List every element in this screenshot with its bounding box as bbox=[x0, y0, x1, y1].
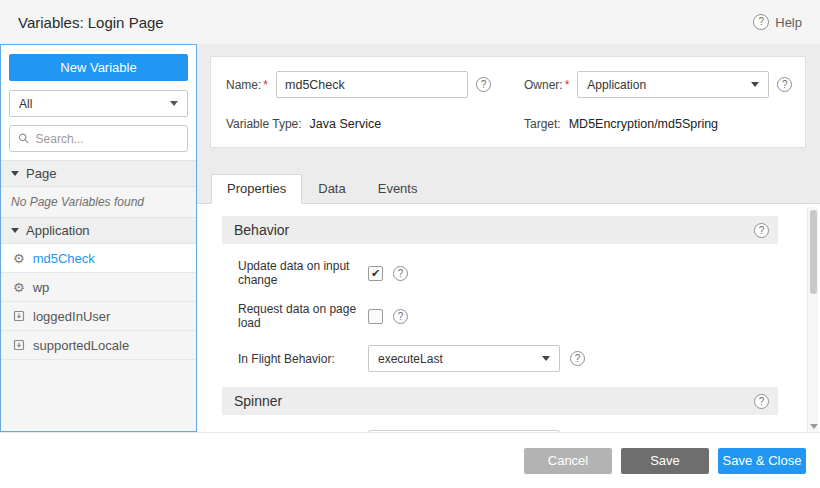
type-target-row: Variable Type: Java Service Target: MD5E… bbox=[226, 117, 790, 131]
new-variable-button[interactable]: New Variable bbox=[9, 54, 188, 81]
update-data-row: Update data on input change ✔ ? bbox=[238, 259, 778, 287]
variable-type-value: Java Service bbox=[310, 117, 382, 131]
variable-summary-card: Name:* ? Owner:* Application ? Variable … bbox=[210, 56, 806, 148]
save-button[interactable]: Save bbox=[621, 448, 709, 474]
tree-section-application[interactable]: Application bbox=[1, 217, 196, 244]
help-icon: ? bbox=[753, 14, 769, 30]
service-variable-icon: ⚙ bbox=[13, 281, 25, 294]
behavior-section-header: Behavior ? bbox=[222, 216, 778, 244]
owner-field-group: Owner:* Application ? bbox=[524, 71, 792, 98]
behavior-section: Behavior ? Update data on input change ✔… bbox=[222, 216, 778, 372]
search-icon bbox=[18, 132, 30, 145]
tree-item-label: supportedLocale bbox=[33, 338, 129, 353]
dialog-footer: Cancel Save Save & Close bbox=[0, 432, 820, 488]
scrollbar-down-icon[interactable] bbox=[810, 424, 818, 429]
help-label: Help bbox=[775, 15, 802, 30]
variables-sidebar: New Variable All Page No Page Variables … bbox=[0, 44, 197, 432]
model-variable-icon bbox=[13, 339, 25, 351]
page-title: Variables: Login Page bbox=[18, 14, 164, 31]
owner-selected-value: Application bbox=[587, 78, 646, 92]
variable-detail-panel: Name:* ? Owner:* Application ? Variable … bbox=[197, 44, 820, 432]
owner-select[interactable]: Application bbox=[577, 71, 769, 98]
update-data-label: Update data on input change bbox=[238, 259, 368, 287]
spinner-help-icon[interactable]: ? bbox=[754, 394, 769, 409]
save-close-button[interactable]: Save & Close bbox=[718, 448, 806, 474]
update-data-checkbox[interactable]: ✔ bbox=[368, 266, 383, 281]
name-help-icon[interactable]: ? bbox=[476, 77, 491, 92]
tree-item-md5check[interactable]: ⚙ md5Check bbox=[1, 244, 196, 273]
variable-filter-select[interactable]: All bbox=[9, 90, 188, 117]
inflight-behavior-row: In Flight Behavior: executeLast ? bbox=[238, 345, 778, 372]
name-input[interactable] bbox=[276, 71, 468, 98]
inflight-behavior-label: In Flight Behavior: bbox=[238, 352, 368, 366]
request-data-checkbox[interactable] bbox=[368, 309, 383, 324]
tree-section-page[interactable]: Page bbox=[1, 160, 196, 187]
inflight-selected-value: executeLast bbox=[378, 352, 443, 366]
detail-tabs: Properties Data Events bbox=[197, 176, 820, 204]
model-variable-icon bbox=[13, 310, 25, 322]
tree-item-wp[interactable]: ⚙ wp bbox=[1, 273, 196, 302]
spinner-section: Spinner ? Spinner Context: ? bbox=[222, 387, 778, 432]
tree-item-loggedinuser[interactable]: loggedInUser bbox=[1, 302, 196, 331]
behavior-help-icon[interactable]: ? bbox=[754, 223, 769, 238]
tab-properties[interactable]: Properties bbox=[211, 174, 302, 204]
section-title: Spinner bbox=[234, 393, 282, 409]
tree-item-supportedlocale[interactable]: supportedLocale bbox=[1, 331, 196, 360]
request-data-label: Request data on page load bbox=[238, 302, 368, 330]
search-box bbox=[9, 125, 188, 152]
chevron-down-icon bbox=[170, 101, 178, 106]
name-label: Name:* bbox=[226, 78, 268, 92]
name-field-group: Name:* ? bbox=[226, 71, 524, 98]
target-label: Target: bbox=[524, 117, 561, 131]
required-asterisk: * bbox=[263, 78, 268, 92]
request-data-help-icon[interactable]: ? bbox=[393, 309, 408, 324]
tree-section-label: Page bbox=[26, 166, 56, 181]
variable-type-group: Variable Type: Java Service bbox=[226, 117, 524, 131]
tab-events[interactable]: Events bbox=[362, 174, 434, 204]
tree-item-label: md5Check bbox=[33, 251, 95, 266]
owner-help-icon[interactable]: ? bbox=[777, 77, 792, 92]
section-title: Behavior bbox=[234, 222, 289, 238]
collapse-icon bbox=[11, 171, 19, 176]
check-icon: ✔ bbox=[371, 268, 380, 279]
variable-type-label: Variable Type: bbox=[226, 117, 302, 131]
chevron-down-icon bbox=[751, 82, 759, 87]
chevron-down-icon bbox=[542, 356, 550, 361]
filter-selected-value: All bbox=[19, 97, 32, 111]
help-button[interactable]: ? Help bbox=[753, 14, 802, 30]
target-group: Target: MD5Encryption/md5Spring bbox=[524, 117, 718, 131]
cancel-button[interactable]: Cancel bbox=[524, 448, 612, 474]
variables-tree: Page No Page Variables found Application… bbox=[1, 160, 196, 360]
target-value: MD5Encryption/md5Spring bbox=[569, 117, 718, 131]
tree-section-label: Application bbox=[26, 223, 90, 238]
name-owner-row: Name:* ? Owner:* Application ? bbox=[226, 71, 790, 98]
service-variable-icon: ⚙ bbox=[13, 252, 25, 265]
tree-item-label: wp bbox=[33, 280, 50, 295]
update-data-help-icon[interactable]: ? bbox=[393, 266, 408, 281]
scrollbar[interactable] bbox=[807, 207, 818, 432]
collapse-icon bbox=[11, 228, 19, 233]
request-data-row: Request data on page load ? bbox=[238, 302, 778, 330]
inflight-behavior-select[interactable]: executeLast bbox=[368, 345, 560, 372]
required-asterisk: * bbox=[565, 78, 570, 92]
tab-data[interactable]: Data bbox=[302, 174, 361, 204]
tree-item-label: loggedInUser bbox=[33, 309, 110, 324]
owner-label: Owner:* bbox=[524, 78, 569, 92]
scrollbar-thumb[interactable] bbox=[810, 210, 817, 294]
search-input[interactable] bbox=[36, 132, 179, 146]
inflight-help-icon[interactable]: ? bbox=[570, 351, 585, 366]
properties-panel: Behavior ? Update data on input change ✔… bbox=[197, 204, 820, 432]
sidebar-controls: New Variable All bbox=[1, 45, 196, 160]
page-empty-message: No Page Variables found bbox=[1, 187, 196, 217]
dialog-header: Variables: Login Page ? Help bbox=[0, 0, 820, 44]
spinner-section-header: Spinner ? bbox=[222, 387, 778, 415]
